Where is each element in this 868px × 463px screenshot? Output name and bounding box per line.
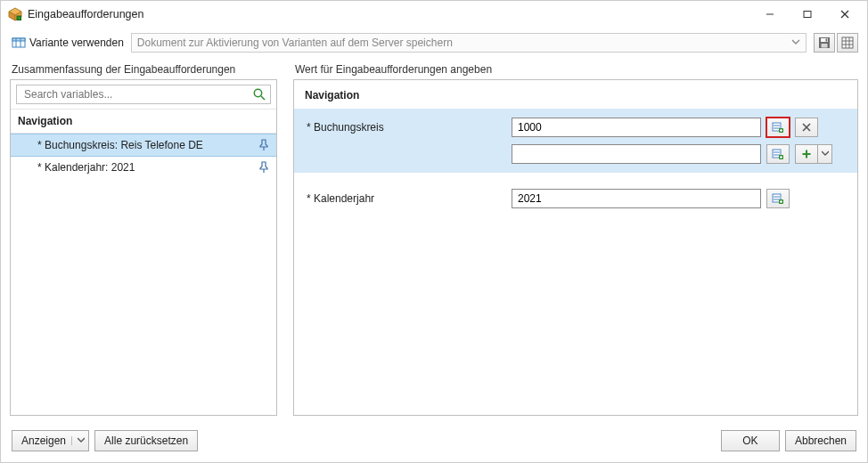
- chevron-down-icon: [71, 436, 85, 445]
- grid-icon-button[interactable]: [837, 33, 858, 53]
- buchungskreis-input[interactable]: [512, 118, 761, 137]
- search-input-wrap: [16, 85, 271, 104]
- clear-value-button[interactable]: [795, 118, 818, 137]
- prompts-panel: Navigation * Buchungskreis: [293, 79, 858, 416]
- footer: Anzeigen Alle zurücksetzen OK Abbrechen: [1, 421, 867, 462]
- section-navigation: Navigation: [294, 80, 857, 109]
- buchungskreis-input-2[interactable]: [512, 144, 761, 164]
- svg-rect-9: [12, 38, 25, 41]
- variant-dropdown[interactable]: Dokument zur Aktivierung von Varianten a…: [131, 33, 807, 53]
- svg-rect-16: [842, 37, 853, 48]
- search-input[interactable]: [22, 85, 250, 103]
- svg-rect-15: [826, 39, 828, 42]
- chevron-down-icon: [791, 37, 800, 47]
- toolbar: Variante verwenden Dokument zur Aktivier…: [1, 28, 867, 63]
- titlebar: Eingabeaufforderungen: [1, 1, 867, 28]
- summary-column: Zusammenfassung der Eingabeaufforderunge…: [10, 63, 277, 416]
- svg-line-22: [261, 96, 265, 100]
- tree-item-label: * Kalenderjahr: 2021: [37, 161, 135, 174]
- cancel-button[interactable]: Abbrechen: [785, 430, 856, 451]
- reset-all-button[interactable]: Alle zurücksetzen: [94, 430, 198, 451]
- cube-icon: [8, 7, 22, 21]
- pin-icon[interactable]: [258, 139, 269, 151]
- svg-rect-14: [822, 44, 828, 48]
- svg-rect-3: [17, 16, 21, 20]
- pin-icon[interactable]: [258, 161, 269, 174]
- window-title: Eingabeaufforderungen: [28, 8, 751, 20]
- display-button-label: Anzeigen: [21, 435, 66, 447]
- value-help-button-2[interactable]: [766, 144, 790, 164]
- kalenderjahr-input[interactable]: [512, 189, 761, 208]
- kalenderjahr-label: * Kalenderjahr: [307, 192, 512, 205]
- add-row-button[interactable]: [795, 144, 818, 164]
- svg-point-21: [254, 89, 261, 96]
- dialog-window: Eingabeaufforderungen Va: [0, 0, 868, 463]
- svg-rect-5: [804, 12, 811, 18]
- cancel-label: Abbrechen: [795, 435, 847, 447]
- tree-item-buchungskreis[interactable]: * Buchungskreis: Reis Telefone DE: [11, 134, 276, 157]
- minimize-button[interactable]: [751, 2, 789, 27]
- variant-label: Variante verwenden: [10, 37, 127, 49]
- ok-button[interactable]: OK: [721, 430, 780, 451]
- value-help-button-kalenderjahr[interactable]: [766, 189, 790, 208]
- tree-item-label: * Buchungskreis: Reis Telefone DE: [37, 139, 203, 151]
- body: Zusammenfassung der Eingabeaufforderunge…: [1, 63, 867, 421]
- window-controls: [751, 2, 864, 27]
- variant-label-text: Variante verwenden: [29, 37, 124, 49]
- save-button[interactable]: [814, 33, 835, 53]
- add-row-menu-button[interactable]: [818, 144, 832, 164]
- search-icon: [252, 87, 266, 102]
- reset-all-label: Alle zurücksetzen: [104, 435, 188, 447]
- prompt-block-kalenderjahr: * Kalenderjahr: [294, 173, 857, 224]
- value-help-button[interactable]: [766, 118, 790, 137]
- prompt-block-buchungskreis: * Buchungskreis: [294, 109, 857, 173]
- prompts-header: Wert für Eingabeaufforderungen angeben: [293, 63, 858, 79]
- group-navigation: Navigation: [11, 109, 276, 134]
- variant-placeholder: Dokument zur Aktivierung von Varianten a…: [137, 37, 453, 49]
- summary-header: Zusammenfassung der Eingabeaufforderunge…: [10, 63, 277, 79]
- tree-item-kalenderjahr[interactable]: * Kalenderjahr: 2021: [11, 157, 276, 178]
- ok-label: OK: [742, 435, 757, 447]
- summary-panel: Navigation * Buchungskreis: Reis Telefon…: [10, 79, 277, 416]
- prompts-column: Wert für Eingabeaufforderungen angeben N…: [293, 63, 858, 416]
- variant-icon: [12, 37, 26, 49]
- buchungskreis-label: * Buchungskreis: [307, 121, 512, 134]
- maximize-button[interactable]: [789, 2, 826, 27]
- close-button[interactable]: [826, 2, 864, 27]
- display-button[interactable]: Anzeigen: [12, 430, 89, 451]
